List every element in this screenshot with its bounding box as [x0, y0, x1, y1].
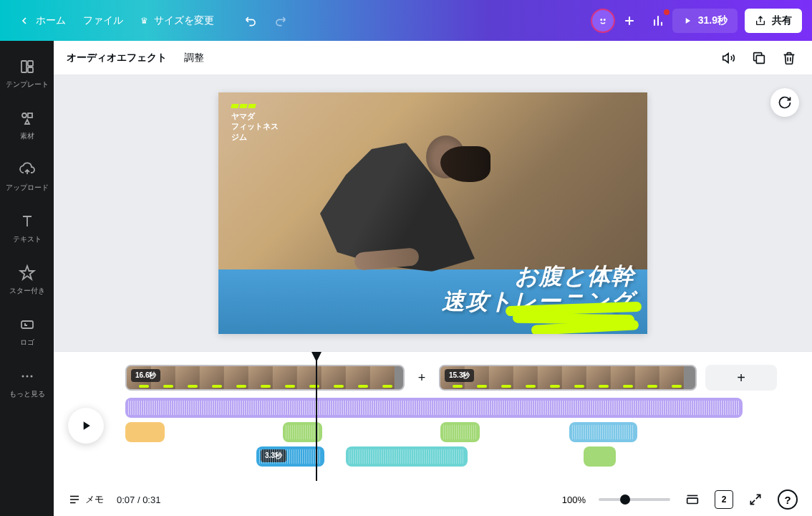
view-mode-icon[interactable] [683, 490, 702, 509]
side-nav: テンプレート 素材 アップロード テキスト スター付き ロゴ もっと見る [0, 41, 54, 516]
svg-point-1 [604, 19, 605, 20]
zoom-label: 100% [562, 494, 586, 505]
file-menu[interactable]: ファイル [74, 9, 132, 33]
add-scene-button[interactable]: + [705, 365, 777, 391]
timeline-play-button[interactable] [68, 408, 104, 444]
swoosh-decoration [490, 298, 647, 334]
help-button[interactable]: ? [778, 489, 798, 510]
undo-button[interactable] [237, 6, 266, 35]
sidebar-starred[interactable]: スター付き [0, 254, 54, 306]
svg-rect-3 [28, 61, 33, 66]
home-button[interactable]: ホーム [10, 9, 74, 33]
audio-clip-green-2[interactable] [440, 422, 480, 442]
video-track: 16.6秒 + 15.3秒 + [125, 365, 798, 391]
svg-rect-4 [28, 67, 33, 72]
user-avatar[interactable] [591, 9, 615, 33]
crown-icon: ♛ [140, 16, 148, 26]
duplicate-icon[interactable] [749, 48, 769, 68]
delete-icon[interactable] [779, 48, 799, 68]
sidebar-more[interactable]: もっと見る [0, 358, 54, 409]
audio-clip-teal[interactable] [346, 446, 468, 467]
app-header: ホーム ファイル ♛ サイズを変更 31.9秒 共有 [0, 0, 812, 41]
refresh-button[interactable] [770, 88, 799, 117]
memo-button[interactable]: メモ [68, 493, 104, 506]
share-button[interactable]: 共有 [745, 9, 802, 33]
brand-logo: ヤマダ フィットネス ジム [231, 104, 279, 142]
playhead-line[interactable] [316, 359, 317, 481]
analytics-button[interactable] [644, 6, 672, 35]
canvas-area: ヤマダ フィットネス ジム お腹と体幹 速攻トレーニング [54, 75, 812, 351]
timeline: 16.6秒 + 15.3秒 + [54, 351, 812, 516]
resize-button[interactable]: ♛ サイズを変更 [132, 9, 223, 33]
svg-rect-2 [21, 61, 26, 72]
svg-rect-11 [756, 55, 764, 63]
adjust-button[interactable]: 調整 [184, 52, 204, 64]
sidebar-text[interactable]: テキスト [0, 203, 54, 254]
zoom-slider[interactable] [599, 498, 670, 501]
fullscreen-icon[interactable] [746, 490, 765, 509]
svg-point-5 [22, 113, 26, 118]
audio-clip-green-3[interactable] [584, 446, 616, 467]
video-clip-1[interactable]: 16.6秒 [125, 365, 405, 391]
svg-rect-6 [28, 113, 32, 118]
context-toolbar: オーディオエフェクト 調整 [54, 41, 812, 75]
audio-track-main[interactable] [125, 398, 743, 418]
sidebar-uploads[interactable]: アップロード [0, 151, 54, 203]
add-button[interactable] [615, 6, 644, 35]
redo-button[interactable] [266, 6, 294, 35]
svg-point-9 [26, 376, 28, 378]
volume-icon[interactable] [719, 48, 739, 68]
svg-rect-12 [687, 498, 698, 503]
video-canvas[interactable]: ヤマダ フィットネス ジム お腹と体幹 速攻トレーニング [218, 92, 647, 334]
sidebar-templates[interactable]: テンプレート [0, 48, 54, 100]
svg-rect-7 [21, 321, 33, 328]
page-number[interactable]: 2 [715, 490, 733, 509]
svg-point-10 [30, 376, 32, 378]
audio-effects-button[interactable]: オーディオエフェクト [67, 52, 167, 64]
sidebar-logo[interactable]: ロゴ [0, 306, 54, 358]
play-duration-button[interactable]: 31.9秒 [672, 9, 738, 33]
home-label: ホーム [36, 14, 66, 27]
svg-point-8 [21, 376, 24, 378]
bottom-bar: メモ 0:07 / 0:31 100% 2 ? [54, 483, 812, 516]
audio-clip-blue-labeled[interactable]: 3.3秒 [256, 446, 324, 467]
add-scene-between[interactable]: + [413, 369, 430, 386]
svg-point-0 [601, 19, 602, 20]
sidebar-elements[interactable]: 素材 [0, 100, 54, 151]
audio-clip-orange[interactable] [125, 422, 165, 442]
video-clip-2[interactable]: 15.3秒 [439, 365, 697, 391]
audio-clip-blue-1[interactable] [569, 422, 637, 442]
time-display: 0:07 / 0:31 [117, 494, 160, 505]
